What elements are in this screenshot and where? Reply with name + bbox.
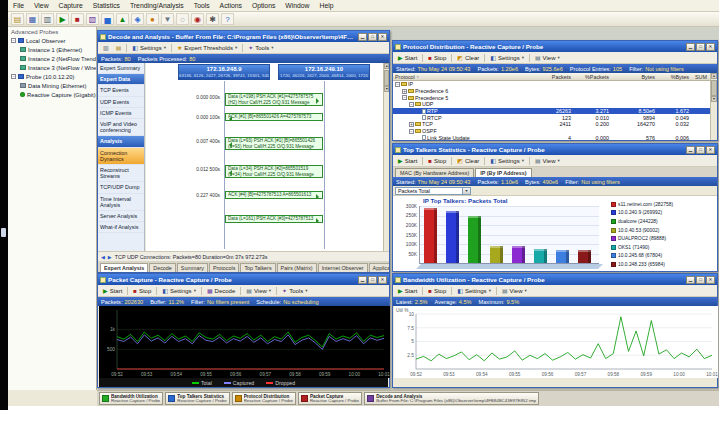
start-button[interactable]: ▶Start <box>395 286 420 296</box>
collapse-icon[interactable]: − <box>402 95 407 100</box>
protocol-row-precedence-6[interactable]: +Precedence 6 <box>393 88 710 95</box>
titlebar[interactable]: Packet Capture - Reactive Capture / Prob… <box>98 274 389 285</box>
network-icon[interactable]: ◈ <box>131 13 144 25</box>
column-header-protocol[interactable]: Protocol▿ <box>393 74 532 80</box>
column-header-sum[interactable]: SUM <box>692 74 710 80</box>
magnifier-icon[interactable]: ◌ <box>176 13 189 25</box>
menu-help[interactable]: Help <box>315 0 339 12</box>
bar-10-0-245-68[interactable] <box>556 250 569 263</box>
view-button[interactable]: ▤View▾ <box>243 286 274 296</box>
message-box[interactable]: Data (L=34) PSH ACK [#2]=865501519(L=34)… <box>225 165 323 178</box>
column-header-bytes[interactable]: Bytes <box>612 74 658 80</box>
settings-button[interactable]: ◧Settings▾ <box>487 156 527 166</box>
close-button[interactable]: ✕ <box>378 276 387 284</box>
next-connection-icon[interactable]: ▶ <box>108 254 112 260</box>
collapse-icon[interactable]: − <box>11 74 16 79</box>
bar-s11-netinet-com[interactable] <box>424 208 437 263</box>
menu-statistics[interactable]: Statistics <box>88 0 125 12</box>
message-box[interactable]: ACK [#4] [B]=4275787513 A=865501613 <box>225 191 323 199</box>
decode-icon[interactable]: ▧ <box>86 13 99 25</box>
nav-udp-events[interactable]: UDP Events <box>98 97 144 108</box>
collapse-icon[interactable]: − <box>395 82 400 87</box>
bar-dualproc2[interactable] <box>512 246 525 263</box>
tools-button[interactable]: ✦Tools▾ <box>279 286 310 296</box>
scroll-up-icon[interactable]: ▲ <box>384 63 389 69</box>
stop-button[interactable]: ■Stop <box>425 53 449 63</box>
alarm-icon[interactable]: ◉ <box>191 13 204 25</box>
bar-chart-icon[interactable]: ▅ <box>101 13 114 25</box>
collapse-icon[interactable]: − <box>11 38 16 43</box>
print-icon[interactable]: ▥ <box>41 13 54 25</box>
bar-10-0-240-9[interactable] <box>446 211 459 263</box>
tab-protocols[interactable]: Protocols <box>209 263 239 272</box>
open-file-icon[interactable]: ▤ <box>11 13 24 25</box>
start-button[interactable]: ▶Start <box>395 53 420 63</box>
tree-item-data-mining-ethernet[interactable]: Data Mining (Ethernet) <box>8 81 96 90</box>
menu-view[interactable]: View <box>29 0 54 12</box>
minimize-button[interactable]: ▁ <box>358 33 367 41</box>
scroll-thumb[interactable] <box>711 80 717 96</box>
expand-icon[interactable]: + <box>402 89 407 94</box>
capture-start-icon[interactable]: ▶ <box>56 13 69 25</box>
maximize-button[interactable]: □ <box>368 33 377 41</box>
save-icon[interactable]: ▦ <box>26 13 39 25</box>
tab-ip-by-ip-address[interactable]: IP (By IP Address) <box>475 168 531 177</box>
menu-trending-analysis[interactable]: Trending/Analysis <box>125 0 189 12</box>
nav-connection-dynamics[interactable]: Connection Dynamics <box>98 148 144 165</box>
tree-item-reactive-capture-gigabit[interactable]: Reactive Capture (Gigabit) <box>8 90 96 99</box>
message-box[interactable]: ACK [#1] [B]=865501426 A=4275787573 <box>225 113 323 121</box>
bar-dualcore[interactable] <box>468 216 481 263</box>
tree-item-instance-2-netflow-trending[interactable]: Instance 2 (NetFlow Trending) <box>8 54 96 63</box>
start-button[interactable]: ▶Start <box>395 156 420 166</box>
protocol-row-precedence-5[interactable]: −Precedence 5 <box>393 94 710 101</box>
settings-button[interactable]: ◧Settings▾ <box>129 43 169 53</box>
settings-button[interactable]: ◧Settings▾ <box>487 53 527 63</box>
maximize-button[interactable]: □ <box>368 276 377 284</box>
maximize-button[interactable]: □ <box>696 276 705 284</box>
message-box[interactable]: Data (L=93) PSH ACK [#1] [B]=865501426(L… <box>225 137 323 150</box>
protocol-scrollbar[interactable]: ▲▼ <box>710 73 717 140</box>
tab-summary[interactable]: Summary <box>177 263 208 272</box>
taskbar-tab-top-talkers-statistics[interactable]: Top Talkers StatisticsReactive Capture /… <box>165 392 229 405</box>
tree-item-instance-3-netflow-wireless[interactable]: Instance 3 (NetFlow / Wireless) <box>8 63 96 72</box>
protocol-table-header[interactable]: Protocol▿Packets%PacketsBytes%BytesSUM <box>393 73 710 81</box>
close-button[interactable]: ✕ <box>706 146 715 154</box>
protocol-row-rtp[interactable]: RTP262633.2718.50e61.672 <box>393 108 710 115</box>
minimize-button[interactable]: ▁ <box>686 43 695 51</box>
nav-server-analysis[interactable]: Server Analysis <box>98 211 144 222</box>
expert-thresholds-button[interactable]: ★Expert Thresholds▾ <box>174 43 240 53</box>
protocol-row-link-state-update[interactable]: Link State Update40.0005760.006 <box>393 135 710 141</box>
minimize-button[interactable]: ▁ <box>686 276 695 284</box>
nav-voip-and-video-conferencing[interactable]: VoIP and Video conferencing <box>98 119 144 136</box>
probe-icon[interactable]: ● <box>146 13 159 25</box>
tab-top-talkers[interactable]: Top Talkers <box>240 263 275 272</box>
maximize-button[interactable]: □ <box>696 146 705 154</box>
menu-window[interactable]: Window <box>280 0 314 12</box>
stop-button[interactable]: ■Stop <box>425 156 449 166</box>
collapse-icon[interactable]: − <box>409 102 414 107</box>
decode-button[interactable]: ▦Decode <box>204 286 238 296</box>
tab-pairs-matrix[interactable]: Pairs (Matrix) <box>277 263 317 272</box>
close-button[interactable]: ✕ <box>706 276 715 284</box>
tree-item-probe-10-0-12-20[interactable]: −Probe (10.0.12.20) <box>8 72 96 81</box>
scroll-thumb[interactable] <box>384 70 389 86</box>
settings-button[interactable]: ◧Settings▾ <box>159 286 199 296</box>
help-icon[interactable]: ? <box>221 13 234 25</box>
ladder-scrollbar[interactable]: ▲▼ <box>383 63 389 251</box>
settings-icon[interactable]: ✱ <box>206 13 219 25</box>
tab-internet-observer[interactable]: Internet Observer <box>318 263 368 272</box>
scroll-down-icon[interactable]: ▼ <box>711 96 717 102</box>
column-header-packets[interactable]: Packets <box>532 74 574 80</box>
view-button[interactable]: ▤View▾ <box>499 286 530 296</box>
tools-button[interactable]: ✦Tools▾ <box>245 43 276 53</box>
nav-icmp-events[interactable]: ICMP Events <box>98 108 144 119</box>
tree-item-local-observer[interactable]: −Local Observer <box>8 36 96 45</box>
stop-button[interactable]: ■Stop <box>425 286 449 296</box>
nav-reconstruct-streams[interactable]: Reconstruct Streams <box>98 165 144 182</box>
nav-time-interval-analysis[interactable]: Time Interval Analysis <box>98 194 144 211</box>
column-header-bytes[interactable]: %Bytes <box>658 74 692 80</box>
scroll-down-icon[interactable]: ▼ <box>384 86 389 92</box>
bar-10-0-40-53[interactable] <box>490 246 503 263</box>
titlebar[interactable]: Decode and Analysis - Buffer From File: … <box>98 31 389 42</box>
stop-button[interactable]: ■Stop <box>130 286 154 296</box>
